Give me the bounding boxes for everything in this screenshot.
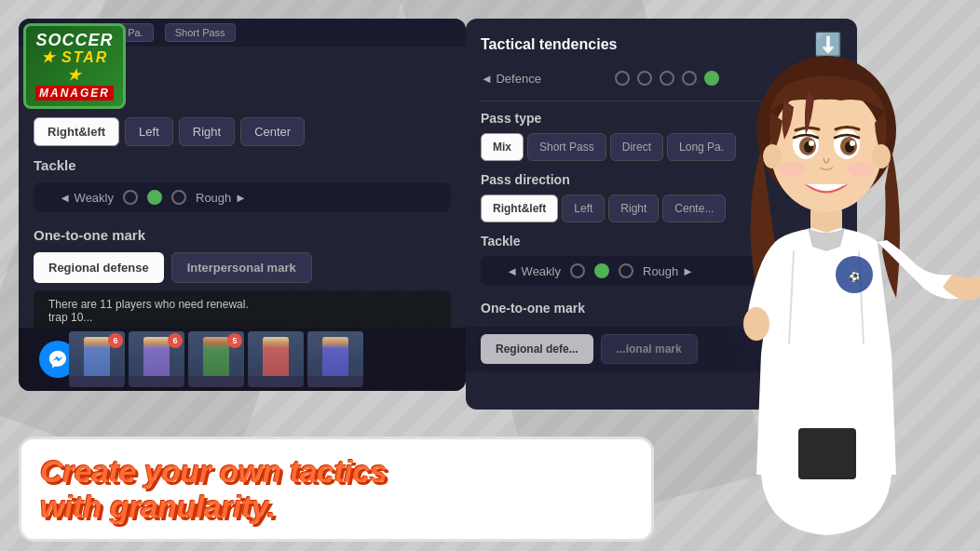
defence-label: ◄ Defence (481, 72, 541, 86)
interpersonal-mark-btn[interactable]: Interpersonal mark (171, 252, 312, 283)
dir-btn-center[interactable]: Center (240, 117, 305, 146)
avatar-2[interactable]: 6 (129, 331, 184, 387)
logo-star-text: ★ STAR ★ (35, 48, 114, 84)
pd-left-btn[interactable]: Left (562, 195, 605, 222)
pd-rightleft-btn[interactable]: Right&left (481, 195, 558, 222)
avatar-badge-1: 6 (108, 333, 123, 348)
svg-point-13 (850, 141, 855, 146)
logo-soccer-text: SOCCER (35, 32, 114, 48)
one-to-one-section: One-to-one mark Regional defense Interpe… (34, 227, 451, 283)
rp-dot-2[interactable] (594, 263, 609, 278)
dir-btn-right[interactable]: Right (179, 117, 235, 146)
avatar-3[interactable]: 5 (188, 331, 244, 387)
svg-rect-18 (798, 428, 856, 479)
banner-text-line2: with granularity. (40, 490, 633, 524)
avatar-row: 6 6 5 (19, 328, 466, 391)
avatar-1[interactable]: 6 (69, 331, 125, 387)
character-illustration: ⚽ (645, 0, 980, 551)
shortpass-btn-top[interactable]: Short Pass (165, 23, 236, 42)
avatar-4[interactable] (248, 331, 304, 387)
svg-point-12 (809, 141, 814, 146)
svg-point-15 (848, 162, 874, 177)
dot-1[interactable] (123, 190, 138, 205)
direction-btn-row: Right&left Left Right Center (34, 117, 451, 146)
avatar-img-5 (307, 331, 363, 376)
svg-text:⚽: ⚽ (849, 271, 861, 283)
pass-short-btn[interactable]: Short Pass (527, 133, 606, 161)
notif-text: There are 11 players who need renewal. (48, 298, 436, 311)
pass-mix-btn[interactable]: Mix (481, 133, 524, 161)
rp-regional-btn[interactable]: Regional defe... (481, 334, 593, 364)
svg-point-17 (872, 144, 891, 168)
bottom-banner: Create your own tactics with granularity… (19, 437, 654, 542)
dot-2[interactable] (147, 190, 162, 205)
avatar-badge-3: 5 (227, 333, 242, 348)
one-to-one-label: One-to-one mark (34, 227, 451, 243)
dot-3[interactable] (171, 190, 186, 205)
character-svg: ⚽ (654, 28, 980, 549)
avatar-badge-2: 6 (168, 333, 183, 348)
weakly-label: ◄ Weakly (48, 191, 114, 205)
avatar-img-4 (248, 331, 304, 376)
rp-weakly-label: ◄ Weakly (496, 264, 561, 278)
tactical-tendencies-title: Tactical tendencies (481, 36, 617, 53)
tackle-label: Tackle (34, 157, 451, 173)
notif-sub: trap 10... (48, 311, 436, 324)
notification-bar: There are 11 players who need renewal. t… (34, 290, 451, 331)
dir-btn-left[interactable]: Left (125, 117, 173, 146)
app-logo: SOCCER ★ STAR ★ MANAGER (23, 23, 126, 109)
regional-defense-btn[interactable]: Regional defense (34, 252, 164, 283)
logo-box: SOCCER ★ STAR ★ MANAGER (23, 23, 126, 109)
svg-point-14 (779, 162, 805, 177)
svg-point-4 (743, 307, 769, 341)
rp-dot-3[interactable] (619, 263, 633, 278)
da-dot-1[interactable] (615, 71, 630, 86)
rough-label: Rough ► (196, 191, 247, 205)
logo-manager-text: MANAGER (35, 86, 114, 101)
avatar-5[interactable] (307, 331, 363, 387)
dir-btn-rightleft[interactable]: Right&left (34, 117, 119, 146)
banner-text-line1: Create your own tactics (40, 454, 633, 489)
tackle-slider-row: ◄ Weakly Rough ► (34, 182, 451, 212)
svg-point-16 (763, 144, 782, 168)
mark-btn-row: Regional defense Interpersonal mark (34, 252, 451, 283)
rp-dot-1[interactable] (570, 263, 585, 278)
